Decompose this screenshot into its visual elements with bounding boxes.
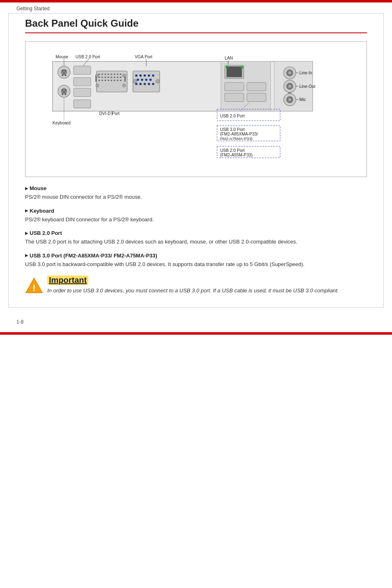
svg-text:VGA Port: VGA Port xyxy=(135,55,152,59)
svg-rect-17 xyxy=(74,88,91,96)
svg-rect-22 xyxy=(104,74,106,75)
svg-point-48 xyxy=(96,84,99,87)
svg-point-51 xyxy=(135,74,138,77)
svg-rect-40 xyxy=(111,80,112,81)
svg-rect-74 xyxy=(225,83,244,91)
svg-rect-75 xyxy=(225,93,244,101)
svg-point-13 xyxy=(62,94,63,95)
keyboard-section: Keyboard PS/2® keyboard DIN connector fo… xyxy=(25,208,367,224)
bottom-bar xyxy=(0,332,392,335)
svg-point-11 xyxy=(65,89,67,91)
svg-rect-43 xyxy=(120,80,122,81)
svg-text:USB 2.0 Port: USB 2.0 Port xyxy=(220,148,245,153)
svg-point-47 xyxy=(122,74,125,77)
svg-rect-28 xyxy=(99,77,100,78)
svg-rect-39 xyxy=(108,80,109,81)
svg-point-62 xyxy=(143,83,146,85)
diagram-svg: LAN Mouse xyxy=(30,46,362,172)
svg-rect-24 xyxy=(111,74,112,75)
svg-text:!: ! xyxy=(32,283,35,293)
svg-rect-18 xyxy=(74,100,91,108)
svg-point-63 xyxy=(148,83,150,85)
svg-text:USB 2.0 Port: USB 2.0 Port xyxy=(76,55,100,59)
svg-point-61 xyxy=(139,83,142,85)
svg-point-59 xyxy=(149,79,152,81)
svg-point-53 xyxy=(143,74,146,77)
usb20-desc: The USB 2.0 port is for attaching USB 2.… xyxy=(25,238,367,246)
mouse-desc: PS/2® mouse DIN connector for a PS/2® mo… xyxy=(25,193,367,201)
svg-point-12 xyxy=(63,91,65,93)
svg-point-4 xyxy=(65,70,67,71)
svg-rect-15 xyxy=(74,66,91,74)
svg-rect-77 xyxy=(247,93,266,101)
svg-text:Mouse: Mouse xyxy=(55,55,68,59)
svg-rect-42 xyxy=(117,80,118,81)
main-content: Back Panel Quick Guide xyxy=(8,13,384,308)
important-content: Important In order to use USB 3.0 device… xyxy=(47,276,339,295)
mouse-title: Mouse xyxy=(25,185,367,191)
svg-point-10 xyxy=(62,89,63,91)
svg-point-7 xyxy=(65,74,67,76)
usb30-section: USB 3.0 Port (FM2-A85XMA-P33/ FM2-A75MA-… xyxy=(25,253,367,269)
svg-rect-31 xyxy=(108,77,109,78)
header-label: Getting Started xyxy=(16,6,50,11)
svg-text:Line-Out: Line-Out xyxy=(299,84,315,89)
svg-point-81 xyxy=(288,71,291,74)
back-panel-diagram: LAN Mouse xyxy=(25,41,367,177)
svg-rect-27 xyxy=(120,74,122,75)
svg-text:(FM2-A55M-P33): (FM2-A55M-P33) xyxy=(220,153,253,157)
svg-point-49 xyxy=(122,84,125,87)
svg-text:USB 3.0 Port: USB 3.0 Port xyxy=(220,127,245,132)
svg-rect-41 xyxy=(114,80,115,81)
svg-rect-76 xyxy=(247,83,266,91)
svg-rect-25 xyxy=(114,74,115,75)
svg-point-84 xyxy=(288,85,291,87)
important-box: ! Important In order to use USB 3.0 devi… xyxy=(25,276,367,295)
svg-point-64 xyxy=(152,83,154,85)
usb30-title: USB 3.0 Port (FM2-A85XMA-P33/ FM2-A75MA-… xyxy=(25,253,367,259)
svg-rect-0 xyxy=(53,62,313,111)
svg-rect-29 xyxy=(101,77,103,78)
svg-text:(FM2-A85XMA-P33/: (FM2-A85XMA-P33/ xyxy=(220,132,258,136)
svg-rect-38 xyxy=(104,80,106,81)
mouse-section: Mouse PS/2® mouse DIN connector for a PS… xyxy=(25,185,367,201)
usb30-desc: USB 3.0 port is backward-compatible with… xyxy=(25,260,367,269)
svg-point-14 xyxy=(65,94,67,95)
svg-point-52 xyxy=(139,74,142,77)
svg-point-58 xyxy=(145,79,148,81)
svg-point-6 xyxy=(62,74,63,76)
svg-rect-33 xyxy=(114,77,115,78)
svg-rect-35 xyxy=(120,77,122,78)
svg-rect-69 xyxy=(226,67,242,77)
svg-text:DVI-D Port: DVI-D Port xyxy=(99,111,120,116)
svg-text:LAN: LAN xyxy=(225,56,233,60)
svg-point-88 xyxy=(288,98,291,101)
important-label: Important xyxy=(47,276,88,285)
keyboard-desc: PS/2® keyboard DIN connector for a PS/2®… xyxy=(25,216,367,224)
svg-rect-37 xyxy=(101,80,103,81)
svg-rect-21 xyxy=(101,74,103,75)
svg-rect-36 xyxy=(99,80,100,81)
svg-rect-34 xyxy=(117,77,118,78)
svg-text:USB 2.0 Port: USB 2.0 Port xyxy=(220,114,245,118)
svg-point-57 xyxy=(141,79,143,81)
svg-rect-50 xyxy=(133,71,159,92)
svg-text:FM2-A75MA-P33): FM2-A75MA-P33) xyxy=(220,136,253,141)
svg-point-65 xyxy=(133,79,136,83)
svg-text:Keyboard: Keyboard xyxy=(53,121,71,125)
svg-rect-71 xyxy=(241,66,244,69)
page-number: 1-8 xyxy=(0,316,392,328)
page-header: Getting Started xyxy=(0,2,392,13)
svg-rect-23 xyxy=(108,74,109,75)
svg-rect-32 xyxy=(111,77,112,78)
svg-point-55 xyxy=(152,74,154,77)
svg-point-3 xyxy=(62,70,63,71)
important-text: In order to use USB 3.0 devices, you mus… xyxy=(47,287,339,295)
usb20-title: USB 2.0 Port xyxy=(25,230,367,236)
svg-point-5 xyxy=(63,72,65,74)
svg-point-46 xyxy=(96,74,99,77)
svg-rect-16 xyxy=(74,78,91,86)
svg-point-54 xyxy=(148,74,150,77)
svg-rect-30 xyxy=(104,77,106,78)
svg-point-66 xyxy=(156,79,159,83)
